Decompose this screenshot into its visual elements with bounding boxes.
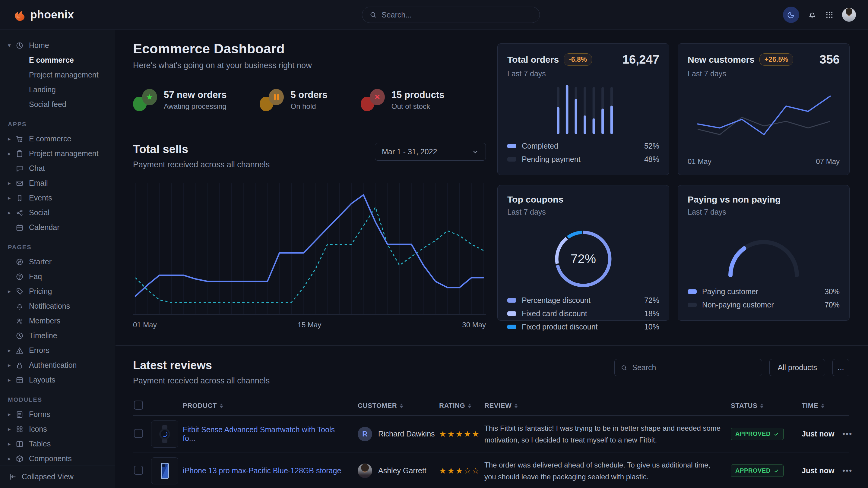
legend-value: 30%: [825, 287, 840, 296]
date-range-select[interactable]: Mar 1 - 31, 2022: [375, 143, 486, 161]
sidebar-item-chat[interactable]: Chat: [0, 161, 115, 176]
global-search[interactable]: [362, 7, 540, 23]
card-period: Last 7 days: [507, 69, 659, 78]
product-link[interactable]: iPhone 13 pro max-Pacific Blue-128GB sto…: [183, 466, 358, 475]
mail-icon: [15, 179, 24, 188]
status-cell: APPROVED: [731, 464, 802, 477]
column-header-product[interactable]: PRODUCT: [183, 402, 358, 410]
all-products-button[interactable]: All products: [769, 359, 825, 376]
review-row: Fitbit Sense Advanced Smartwatch with To…: [133, 416, 849, 452]
brand[interactable]: phoenix: [12, 7, 74, 22]
sidebar-item-social[interactable]: ▸Social: [0, 205, 115, 220]
caret-right-icon: ▸: [8, 411, 15, 418]
legend-value: 10%: [644, 323, 659, 331]
legend-row: Paying customer 30%: [688, 285, 840, 298]
people-icon: [15, 317, 24, 326]
reviews-search[interactable]: [614, 359, 762, 376]
column-header-customer[interactable]: CUSTOMER: [358, 402, 439, 410]
global-search-input[interactable]: [381, 10, 532, 20]
sidebar-item-project-management[interactable]: Project management: [0, 67, 115, 82]
date-range-value: Mar 1 - 31, 2022: [382, 148, 437, 156]
caret-right-icon: ▸: [8, 426, 15, 432]
table-header-row: PRODUCTCUSTOMERRATINGREVIEWSTATUSTIME: [133, 396, 849, 416]
table-icon: [15, 440, 24, 449]
sidebar-item-members[interactable]: Members: [0, 314, 115, 328]
customer-cell: Ashley Garrett: [358, 464, 439, 478]
column-header-time[interactable]: TIME: [802, 402, 842, 410]
clipboard-icon: [15, 149, 24, 158]
sidebar-item-forms[interactable]: ▸Forms: [0, 407, 115, 422]
sidebar-item-components[interactable]: ▸Components: [0, 451, 115, 466]
pause-icon: [274, 94, 279, 100]
select-all-checkbox[interactable]: [134, 400, 143, 410]
sort-icon[interactable]: [400, 403, 403, 408]
card-title: Total orders: [507, 55, 559, 65]
sidebar-item-social-feed[interactable]: Social feed: [0, 97, 115, 112]
page-title: Ecommerce Dashboard: [133, 41, 486, 57]
sidebar-item-timeline[interactable]: Timeline: [0, 328, 115, 343]
dark-mode-toggle[interactable]: [783, 7, 799, 23]
sort-icon[interactable]: [220, 403, 223, 408]
sidebar-item-email[interactable]: ▸Email: [0, 176, 115, 191]
home-icon: [15, 41, 24, 50]
sidebar-item-icons[interactable]: ▸Icons: [0, 422, 115, 436]
reviews-search-input[interactable]: [631, 363, 756, 372]
sort-icon[interactable]: [468, 403, 471, 408]
legend-label: Fixed product discount: [522, 323, 598, 331]
product-link[interactable]: Fitbit Sense Advanced Smartwatch with To…: [183, 425, 358, 443]
legend-label: Pending payment: [522, 155, 581, 164]
review-row: iPhone 13 pro max-Pacific Blue-128GB sto…: [133, 452, 849, 488]
row-more-button[interactable]: •••: [842, 466, 852, 475]
row-checkbox[interactable]: [134, 466, 143, 475]
legend-swatch: [688, 303, 697, 307]
sidebar-item-tables[interactable]: ▸Tables: [0, 436, 115, 451]
sidebar-item-events[interactable]: ▸Events: [0, 191, 115, 205]
total-sells-title: Total sells: [133, 143, 270, 156]
sidebar-item-e-commerce[interactable]: ▸E commerce: [0, 131, 115, 146]
sidebar-item-home[interactable]: ▾Home: [0, 38, 115, 53]
sort-icon[interactable]: [760, 403, 763, 408]
main-content: Ecommerce Dashboard Here's what's going …: [116, 30, 868, 488]
sidebar-item-starter[interactable]: Starter: [0, 254, 115, 269]
trend-badge: +26.5%: [760, 53, 794, 66]
notifications-button[interactable]: [808, 10, 817, 19]
sidebar-item-faq[interactable]: Faq: [0, 269, 115, 284]
stat-value: 5 orders: [290, 90, 327, 100]
reviews-more-button[interactable]: ...: [832, 359, 849, 376]
sort-icon[interactable]: [515, 403, 518, 408]
sidebar-item-project-management[interactable]: ▸Project management: [0, 146, 115, 161]
ecommerce-dashboard-page: phoenix: [0, 0, 868, 488]
sidebar-item-calendar[interactable]: Calendar: [0, 220, 115, 235]
sidebar-item-authentication[interactable]: ▸Authentication: [0, 358, 115, 372]
kpi-cards: Total orders -6.8% 16,247 Last 7 days Co…: [497, 43, 849, 321]
legend-swatch: [507, 325, 516, 329]
collapse-icon: [8, 473, 17, 481]
column-header-status[interactable]: STATUS: [731, 402, 802, 410]
product-thumb-cell: [151, 421, 183, 448]
sidebar-item-e-commerce[interactable]: E commerce: [0, 53, 115, 67]
row-checkbox[interactable]: [134, 429, 143, 438]
sidebar-item-errors[interactable]: ▸Errors: [0, 343, 115, 358]
sidebar-item-notifications[interactable]: Notifications: [0, 299, 115, 314]
product-thumbnail: [151, 457, 178, 484]
card-value: 16,247: [622, 53, 659, 66]
column-header-rating[interactable]: RATING: [439, 402, 484, 410]
caret-right-icon: ▸: [8, 135, 15, 142]
row-more-button[interactable]: •••: [842, 429, 852, 438]
sidebar-item-landing[interactable]: Landing: [0, 82, 115, 97]
column-header-review[interactable]: REVIEW: [484, 402, 731, 410]
sidebar-item-layouts[interactable]: ▸Layouts: [0, 372, 115, 387]
sidebar-item-pricing[interactable]: ▸Pricing: [0, 284, 115, 299]
stat-value: 57 new orders: [164, 90, 226, 100]
sort-icon[interactable]: [821, 403, 824, 408]
search-icon: [369, 11, 377, 19]
layout-icon: [15, 376, 24, 385]
apps-grid-button[interactable]: [825, 10, 834, 19]
warning-icon: [15, 346, 24, 355]
legend-swatch: [507, 298, 516, 303]
user-avatar[interactable]: [842, 8, 856, 22]
caret-right-icon: ▸: [8, 362, 15, 369]
product-cell: Fitbit Sense Advanced Smartwatch with To…: [183, 425, 358, 443]
collapsed-view-toggle[interactable]: Collapsed View: [0, 465, 115, 488]
time-cell: Just now: [802, 466, 842, 475]
